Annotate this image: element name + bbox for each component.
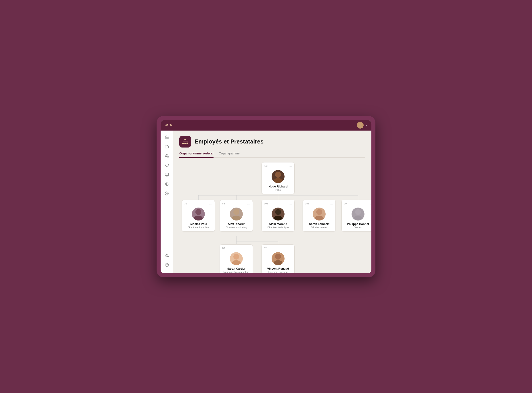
sidebar-item-org[interactable]: [163, 251, 171, 260]
card-alain-morand[interactable]: 106 ··· Alain Morand Directeur technique: [262, 200, 295, 232]
sidebar-item-euro[interactable]: [163, 180, 171, 188]
sidebar: [161, 131, 173, 273]
user-avatar[interactable]: [357, 122, 364, 128]
svg-point-45: [194, 216, 203, 221]
card-menu-dots[interactable]: ···: [209, 202, 212, 206]
svg-point-46: [234, 209, 239, 215]
svg-rect-13: [166, 256, 167, 257]
device-frame: ꩜꩜ ∨: [157, 116, 375, 277]
avatar-sarah-lambert: [313, 207, 326, 221]
sidebar-item-help[interactable]: [163, 261, 171, 269]
card-name-hugo-richard: Hugo Richard: [268, 185, 288, 188]
sidebar-item-home[interactable]: [163, 133, 171, 141]
card-menu-dots[interactable]: ···: [247, 202, 250, 206]
main-layout: Employés et Prestataires Organigramme ve…: [161, 131, 371, 273]
card-menu-dots[interactable]: ···: [289, 165, 292, 168]
card-name-vincent-renaud: Vincent Renaud: [267, 267, 289, 270]
svg-point-52: [355, 209, 361, 215]
card-menu-dots[interactable]: ···: [289, 202, 292, 206]
avatar-vincent-renaud: [272, 252, 284, 265]
svg-point-49: [273, 216, 283, 221]
sidebar-item-heart[interactable]: [163, 161, 171, 169]
card-role-vincent-renaud: Ingénieur principal: [268, 271, 288, 273]
svg-point-57: [273, 260, 283, 265]
svg-point-42: [275, 172, 281, 178]
page-icon: [179, 136, 191, 147]
card-name-philippe-bonnet: Philippe Bonnet: [347, 222, 369, 226]
card-sarah-lambert[interactable]: 155 ··· Sarah Lambert VP des ventes: [303, 200, 336, 232]
svg-rect-22: [184, 139, 186, 140]
sidebar-item-monitor[interactable]: [163, 171, 171, 179]
svg-point-54: [234, 254, 239, 260]
card-role-jessica-paul: Directrice financière: [187, 226, 209, 229]
card-name-alain-morand: Alain Morand: [269, 222, 287, 226]
avatar-hugo-richard: [272, 170, 284, 183]
app-logo: ꩜꩜: [165, 123, 174, 128]
card-id: 29: [344, 202, 347, 205]
top-bar: ꩜꩜ ∨: [161, 120, 371, 131]
svg-rect-14: [168, 256, 169, 257]
avatar-sarah-cartier: [230, 252, 243, 265]
card-hugo-richard[interactable]: 546 ··· Hugo Richard PDG: [262, 162, 295, 194]
tabs: Organigramme vertical Organigramme: [179, 152, 365, 158]
svg-point-1: [358, 126, 363, 128]
card-name-alex-ricoeur: Alex Ricœur: [228, 222, 245, 226]
svg-rect-12: [165, 256, 166, 257]
card-role-sarah-cartier: Responsable marketing: [223, 271, 249, 273]
svg-point-51: [315, 216, 324, 221]
sidebar-item-people[interactable]: [163, 152, 171, 160]
card-menu-dots[interactable]: ···: [289, 247, 292, 251]
sidebar-item-settings[interactable]: [163, 189, 171, 197]
tab-vertical-org[interactable]: Organigramme vertical: [179, 152, 214, 158]
user-menu-chevron[interactable]: ∨: [365, 124, 367, 127]
card-role-alain-morand: Directeur technique: [267, 226, 288, 229]
svg-rect-23: [182, 142, 184, 144]
svg-point-10: [166, 193, 167, 194]
top-bar-right: ∨: [357, 122, 367, 128]
org-chart-area: 546 ··· Hugo Richard PDG: [179, 162, 365, 268]
avatar-alain-morand: [272, 207, 284, 221]
card-name-sarah-lambert: Sarah Lambert: [309, 222, 329, 226]
svg-point-44: [195, 209, 201, 215]
card-role-alex-ricoeur: Directeur marketing: [226, 226, 247, 229]
sidebar-item-briefcase[interactable]: [163, 142, 171, 151]
svg-point-53: [353, 216, 363, 221]
card-jessica-paul[interactable]: 31 ··· Jessica Paul Directrice financièr…: [182, 200, 215, 232]
card-menu-dots[interactable]: ···: [247, 247, 250, 251]
card-id: 546: [264, 165, 268, 167]
page-title: Employés et Prestataires: [194, 138, 264, 145]
svg-rect-2: [165, 146, 168, 148]
card-id: 82: [222, 202, 225, 205]
screen: ꩜꩜ ∨: [161, 120, 371, 273]
svg-point-47: [232, 216, 241, 221]
svg-rect-24: [184, 142, 186, 144]
svg-point-56: [275, 254, 281, 260]
card-name-jessica-paul: Jessica Paul: [190, 222, 207, 226]
card-role-sarah-lambert: VP des ventes: [311, 226, 327, 229]
svg-point-43: [273, 178, 283, 183]
svg-point-3: [165, 154, 167, 156]
card-role-philippe-bonnet: Ventes: [354, 226, 362, 229]
card-menu-dots[interactable]: ···: [369, 202, 371, 206]
card-vincent-renaud[interactable]: 92 ··· Vincent Renaud Ingénieur principa…: [262, 244, 295, 273]
svg-point-48: [275, 209, 281, 215]
page-header: Employés et Prestataires: [179, 136, 365, 147]
svg-rect-25: [186, 142, 188, 144]
card-sarah-cartier[interactable]: 80 ··· Sarah Cartier Responsable marketi…: [220, 244, 253, 273]
card-name-sarah-cartier: Sarah Cartier: [227, 267, 245, 270]
card-id: 92: [264, 247, 267, 250]
avatar-alex-ricoeur: [230, 207, 243, 221]
card-philippe-bonnet[interactable]: 29 ··· Philippe Bonnet Ventes: [342, 200, 371, 232]
avatar-jessica-paul: [192, 207, 205, 221]
avatar-philippe-bonnet: [352, 207, 364, 221]
card-menu-dots[interactable]: ···: [330, 202, 333, 206]
svg-point-0: [359, 123, 362, 126]
card-id: 31: [184, 202, 187, 205]
svg-rect-4: [165, 173, 168, 176]
card-alex-ricoeur[interactable]: 82 ··· Alex Ricœur Directeur marketing: [220, 200, 253, 232]
svg-rect-11: [166, 254, 167, 254]
tab-org[interactable]: Organigramme: [219, 152, 240, 158]
card-role-hugo-richard: PDG: [275, 189, 281, 191]
content-area: Employés et Prestataires Organigramme ve…: [173, 131, 371, 273]
svg-point-55: [232, 260, 241, 265]
